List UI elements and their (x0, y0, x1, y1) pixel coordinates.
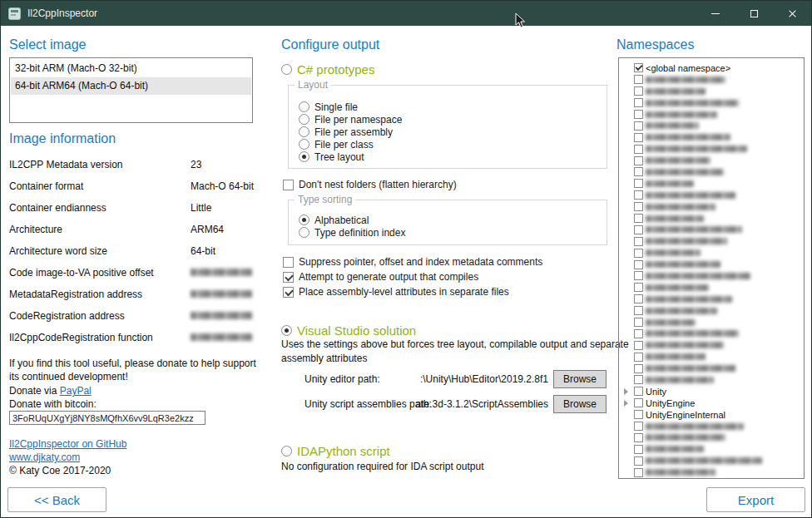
namespace-row-redacted[interactable] (621, 259, 801, 270)
namespace-checkbox[interactable] (634, 225, 643, 234)
namespace-row-redacted[interactable] (621, 155, 801, 166)
namespace-checkbox[interactable] (634, 86, 643, 96)
namespace-checkbox[interactable] (634, 249, 643, 258)
expander-icon[interactable] (621, 398, 631, 408)
visual-studio-option[interactable]: Visual Studio solution (281, 322, 416, 338)
namespace-checkbox[interactable] (634, 110, 643, 119)
namespace-checkbox[interactable] (634, 445, 643, 454)
namespace-row-redacted[interactable] (621, 166, 801, 178)
namespace-checkbox[interactable] (634, 145, 643, 154)
namespace-checkbox[interactable] (634, 75, 643, 84)
layout-option[interactable]: Single file (299, 101, 402, 113)
bitcoin-address-input[interactable] (9, 411, 205, 425)
namespace-checkbox[interactable] (634, 306, 643, 315)
namespace-row-redacted[interactable] (621, 294, 801, 305)
namespace-row[interactable]: Unity (621, 386, 801, 397)
namespace-checkbox[interactable] (634, 468, 643, 477)
namespace-row-redacted[interactable] (621, 235, 801, 247)
namespace-checkbox[interactable] (634, 398, 643, 407)
namespace-row[interactable]: UnityEngineInternal (621, 409, 801, 421)
namespace-checkbox[interactable] (634, 433, 643, 442)
namespace-row-redacted[interactable] (621, 270, 801, 282)
unity-editor-path-value[interactable]: :\Unity\Hub\Editor\2019.2.8f1 (367, 373, 548, 385)
namespace-row-redacted[interactable] (621, 74, 801, 86)
namespace-checkbox[interactable] (634, 98, 643, 107)
namespace-checkbox[interactable] (634, 318, 643, 327)
namespace-checkbox[interactable] (634, 271, 643, 280)
minimize-button[interactable] (696, 1, 735, 26)
namespace-checkbox[interactable] (634, 456, 643, 466)
close-button[interactable] (773, 1, 811, 26)
namespace-checkbox[interactable] (634, 202, 643, 211)
namespace-checkbox[interactable] (634, 364, 643, 373)
namespace-row-redacted[interactable] (621, 143, 801, 155)
namespace-row-redacted[interactable] (621, 282, 801, 294)
namespace-row-redacted[interactable] (621, 178, 801, 190)
layout-option[interactable]: Tree layout (299, 150, 402, 163)
idapython-option[interactable]: IDAPython script (281, 442, 390, 459)
paypal-link[interactable]: PayPal (60, 385, 92, 397)
namespace-checkbox[interactable] (634, 410, 643, 419)
namespace-checkbox[interactable] (634, 387, 643, 396)
namespace-checkbox[interactable] (634, 294, 643, 303)
namespace-row-redacted[interactable] (621, 317, 801, 328)
expander-icon[interactable] (621, 387, 631, 397)
namespace-checkbox[interactable] (634, 341, 643, 350)
namespace-checkbox[interactable] (634, 375, 643, 384)
namespace-checkbox[interactable] (634, 283, 643, 292)
namespace-row-redacted[interactable] (621, 363, 801, 374)
namespace-row-redacted[interactable] (621, 328, 801, 339)
namespace-row-redacted[interactable] (621, 190, 801, 201)
namespace-checkbox[interactable] (634, 214, 643, 223)
namespace-checkbox[interactable] (634, 179, 643, 188)
output-checkbox[interactable]: Place assembly-level attributes in separ… (283, 284, 542, 299)
namespace-row-redacted[interactable] (621, 213, 801, 224)
layout-option[interactable]: File per class (299, 138, 402, 150)
github-link[interactable]: Il2CppInspector on GitHub (9, 438, 126, 450)
namespace-checkbox[interactable] (634, 422, 643, 431)
image-list-item[interactable]: 64-bit ARM64 (Mach-O 64-bit) (11, 77, 251, 95)
namespace-checkbox[interactable] (634, 260, 643, 269)
namespace-row-redacted[interactable] (621, 109, 801, 121)
namespace-row-redacted[interactable] (621, 374, 801, 386)
namespace-row-redacted[interactable] (621, 421, 801, 432)
website-link[interactable]: www.djkaty.com (9, 451, 80, 463)
namespace-checkbox[interactable] (634, 167, 643, 176)
output-checkbox[interactable]: Attempt to generate output that compiles (283, 269, 542, 284)
namespace-row-redacted[interactable] (621, 305, 801, 317)
namespace-row-redacted[interactable] (621, 432, 801, 444)
namespace-row-redacted[interactable] (621, 201, 801, 213)
namespace-row-redacted[interactable] (621, 339, 801, 351)
layout-option[interactable]: File per assembly (299, 126, 402, 138)
namespace-checkbox[interactable] (634, 156, 643, 165)
image-list[interactable]: 32-bit ARM (Mach-O 32-bit)64-bit ARM64 (… (9, 57, 253, 123)
namespace-row-redacted[interactable] (621, 443, 801, 455)
namespace-row-redacted[interactable] (621, 224, 801, 235)
csharp-option[interactable]: C# prototypes (281, 61, 374, 77)
namespace-row-redacted[interactable] (621, 97, 801, 109)
unity-editor-browse-button[interactable]: Browse (553, 370, 607, 388)
namespace-list[interactable]: <global namespace>UnityUnityEngineUnityE… (618, 57, 805, 479)
image-list-item[interactable]: 32-bit ARM (Mach-O 32-bit) (11, 60, 251, 77)
back-button[interactable]: << Back (7, 487, 106, 512)
output-checkbox[interactable]: Suppress pointer, offset and index metad… (283, 254, 542, 269)
flatten-checkbox[interactable]: Don't nest folders (flatten hierarchy) (283, 177, 457, 192)
namespace-row-redacted[interactable] (621, 455, 801, 466)
namespace-row[interactable]: UnityEngine (621, 397, 801, 409)
maximize-button[interactable] (735, 1, 773, 26)
type-sorting-option[interactable]: Type definition index (299, 226, 405, 239)
unity-script-browse-button[interactable]: Browse (553, 395, 607, 413)
export-button[interactable]: Export (706, 487, 805, 512)
namespace-checkbox[interactable] (634, 133, 643, 142)
namespace-checkbox[interactable] (634, 121, 643, 131)
namespace-checkbox[interactable] (634, 353, 643, 362)
namespace-row-redacted[interactable] (621, 466, 801, 478)
namespace-row-redacted[interactable] (621, 120, 801, 131)
layout-option[interactable]: File per namespace (299, 113, 402, 126)
namespace-checkbox[interactable] (634, 237, 643, 246)
namespace-checkbox[interactable] (634, 63, 643, 72)
namespace-row[interactable]: <global namespace> (621, 62, 801, 74)
namespace-row-redacted[interactable] (621, 247, 801, 259)
type-sorting-option[interactable]: Alphabetical (299, 214, 405, 226)
namespace-checkbox[interactable] (634, 190, 643, 200)
